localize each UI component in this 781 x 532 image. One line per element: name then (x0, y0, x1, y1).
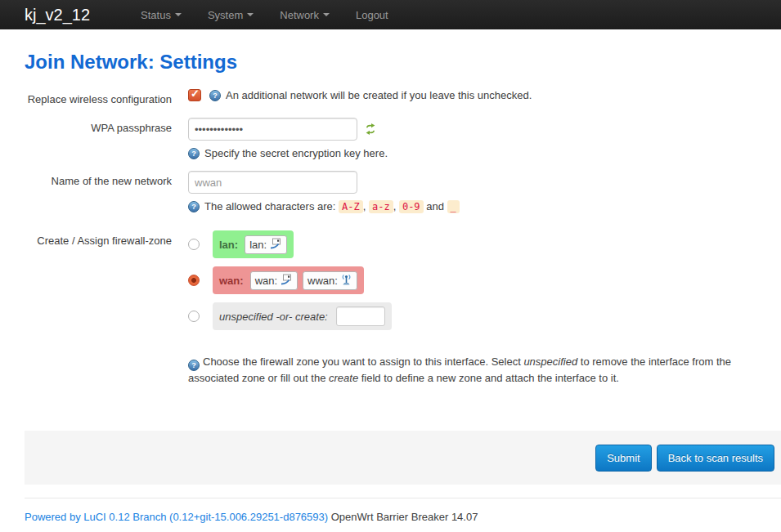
top-navbar: kj_v2_12 Status System Network Logout (0, 0, 781, 29)
page-title: Join Network: Settings (25, 51, 781, 74)
chevron-down-icon (323, 13, 330, 16)
zone-option-lan: lan: lan: (188, 230, 743, 258)
replace-wireless-checkbox[interactable] (188, 89, 201, 101)
nav-item-system[interactable]: System (195, 1, 267, 29)
help-icon (188, 148, 200, 159)
allowed-code-uppercase: A-Z (339, 200, 363, 213)
network-wwan: wwan: (303, 271, 357, 290)
network-name-label: Name of the new network (25, 171, 172, 187)
back-to-scan-results-button[interactable]: Back to scan results (657, 445, 774, 472)
wpa-passphrase-label: WPA passphrase (25, 118, 172, 134)
wifi-icon (340, 274, 352, 288)
form-row-firewall-zone: Create / Assign firewall-zone lan: lan: (25, 230, 781, 385)
nav-item-logout-label: Logout (356, 9, 388, 21)
zone-create-input[interactable] (336, 306, 385, 326)
zone-lan-badge[interactable]: lan: lan: (213, 230, 294, 258)
page-footer: Powered by LuCI 0.12 Branch (0.12+git-15… (25, 498, 781, 532)
zone-wan-badge[interactable]: wan: wan: ww (213, 266, 364, 294)
openwrt-version-text: OpenWrt Barrier Breaker 14.07 (331, 511, 478, 523)
zone-option-unspecified: unspecified -or- create: (188, 302, 743, 330)
network-name-input[interactable] (188, 171, 357, 194)
network-lan: lan: (245, 235, 287, 254)
zone-option-wan: wan: wan: ww (188, 266, 743, 294)
wpa-passphrase-help: Specify the secret encryption key here. (204, 146, 388, 160)
zone-unspecified-radio[interactable] (188, 311, 200, 322)
form-row-wpa-passphrase: WPA passphrase Specify the secret encryp… (25, 118, 781, 160)
zone-unspecified-name: unspecified -or- create: (219, 311, 328, 323)
firewall-zone-label: Create / Assign firewall-zone (25, 230, 172, 247)
zone-lan-name: lan: (219, 239, 238, 251)
allowed-chars-help: The allowed characters are: A-Z, a-z, 0-… (204, 199, 460, 214)
nav-item-network[interactable]: Network (267, 1, 343, 29)
nav-item-status-label: Status (141, 9, 171, 21)
replace-wireless-label: Replace wireless configuration (25, 89, 172, 105)
form-row-replace-wireless: Replace wireless configuration An additi… (25, 89, 781, 105)
help-icon (209, 90, 221, 101)
nav-item-logout[interactable]: Logout (343, 1, 402, 29)
powered-by-luci-link[interactable]: Powered by LuCI 0.12 Branch (0.12+git-15… (25, 511, 328, 523)
nav-item-network-label: Network (280, 9, 319, 21)
zone-lan-radio[interactable] (188, 239, 200, 250)
allowed-code-underscore: _ (447, 200, 460, 213)
ethernet-icon (269, 238, 282, 252)
chevron-down-icon (247, 13, 254, 16)
network-wan: wan: (250, 271, 298, 290)
ethernet-icon (280, 274, 293, 288)
allowed-code-lowercase: a-z (369, 200, 393, 213)
nav-item-status[interactable]: Status (128, 1, 195, 29)
wpa-passphrase-input[interactable] (188, 118, 357, 141)
brand-logo[interactable]: kj_v2_12 (25, 6, 90, 25)
replace-wireless-help: An additional network will be created if… (226, 89, 532, 101)
zone-wan-radio[interactable] (188, 275, 200, 286)
form-actions-band: Submit Back to scan results (25, 431, 781, 485)
help-icon (188, 360, 200, 371)
chevron-down-icon (175, 13, 182, 16)
zone-wan-name: wan: (219, 275, 244, 287)
zone-unspecified-badge[interactable]: unspecified -or- create: (213, 302, 392, 330)
allowed-code-digits: 0-9 (399, 200, 424, 213)
submit-button[interactable]: Submit (595, 445, 651, 472)
reveal-password-icon[interactable] (364, 123, 377, 136)
form-row-network-name: Name of the new network The allowed char… (25, 171, 781, 214)
join-network-form: Replace wireless configuration An additi… (25, 89, 781, 385)
nav-item-system-label: System (208, 9, 243, 21)
help-icon (188, 201, 200, 212)
firewall-zone-help: Choose the firewall zone you want to ass… (188, 355, 743, 385)
